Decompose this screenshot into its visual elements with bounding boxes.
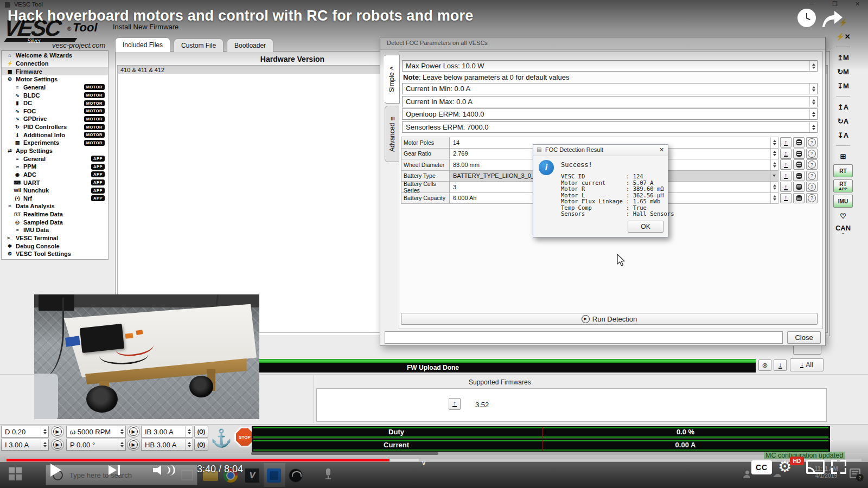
write-motor-config-icon[interactable]: ↥M [834,52,852,63]
spinner[interactable] [809,122,817,132]
read-motor-config-icon[interactable]: ↧M [834,80,852,92]
spinner[interactable] [770,137,778,148]
sidebar-item-imu-data[interactable]: ≈ IMU Data [2,226,108,234]
restore-default-button[interactable] [793,149,805,159]
mic-icon[interactable] [326,468,331,480]
restore-default-button[interactable] [793,159,805,170]
spinner[interactable] [770,171,778,182]
tab-advanced[interactable]: Advanced ≣ [385,106,400,162]
spinner[interactable] [770,182,778,192]
tray-people-icon[interactable] [743,471,751,479]
download-all-button[interactable]: ↓ All [790,358,824,371]
duty-setpoint-spinbox[interactable]: D 0.20 [1,426,49,438]
toolbar-separator[interactable] [836,47,850,47]
sidebar-item-ppm[interactable]: ∞ PPM APP [2,163,108,171]
upload-custom-button[interactable]: ↑ [449,398,461,410]
current-setpoint-spinbox[interactable]: I 3.00 A [1,439,49,451]
sidebar-item-dc[interactable]: ▮ DC MOTOR [2,99,108,107]
active-app-icon[interactable] [267,468,281,483]
spinner[interactable] [809,97,817,107]
share-button[interactable] [820,9,844,29]
apply-brake-button[interactable]: (O) [194,426,208,438]
sidebar-item-debug-console[interactable]: ✱ Debug Console [2,242,108,250]
h-scrollbar-thumb[interactable] [251,452,438,455]
spinner[interactable] [770,159,778,170]
sidebar-item-gpdrive[interactable]: ∿ GPDrive MOTOR [2,115,108,123]
tab-bootloader[interactable]: Bootloader [227,38,273,52]
tab-included-files[interactable]: Included Files [115,37,170,52]
watch-later-button[interactable] [797,9,816,27]
spinner[interactable] [118,426,125,437]
write-param-button[interactable]: ↑ [780,171,792,181]
tab-simple[interactable]: Simple A [384,55,400,104]
param-help-button[interactable]: ? [806,149,818,159]
spinner[interactable] [185,426,193,437]
popup-close-icon[interactable] [659,146,664,153]
sidebar-item-motor-general[interactable]: ≡ General MOTOR [2,84,108,92]
sidebar-item-app-settings[interactable]: ⇄ App Settings [2,147,108,155]
run-duty-button[interactable]: ▶ [51,426,64,438]
maximize-button[interactable] [832,1,838,8]
sidebar-item-data-analysis[interactable]: ≈ Data Analysis [2,202,108,210]
sidebar-item-pid-controllers[interactable]: ↻ PID Controllers MOTOR [2,123,108,131]
download-firmware-button[interactable]: ↓ [774,359,787,371]
restore-default-button[interactable] [793,171,805,181]
spinner[interactable] [809,61,817,71]
yt-volume-button[interactable] [153,465,177,476]
yt-cast-icon[interactable] [806,460,825,474]
spinner[interactable] [41,439,48,450]
spinner[interactable] [118,439,125,450]
reread-motor-config-icon[interactable]: ↻M [834,66,852,78]
param-help-button[interactable]: ? [806,193,818,203]
rt-app-icon[interactable]: RT APP [833,179,853,192]
yt-play-button[interactable] [50,464,61,477]
tab-custom-file[interactable]: Custom File [174,38,224,52]
write-param-button[interactable]: ↑ [780,159,792,170]
spinner[interactable] [770,149,778,159]
imu-icon[interactable]: IMU [833,195,853,208]
handbrake-current-spinbox[interactable]: HB 3.00 A [141,439,193,451]
notification-center-icon[interactable]: 2 [850,468,860,478]
brake-current-spinbox[interactable]: IB 3.00 A [141,426,193,438]
chevron-down-icon[interactable]: ∨ [421,458,426,467]
sidebar-item-app-general[interactable]: ≡ General APP [2,155,108,163]
param-help-button[interactable]: ? [806,159,818,170]
firmware-version[interactable]: 3.52 [475,401,489,409]
sidebar-item-uart[interactable]: ⌨ UART APP [2,178,108,187]
write-param-button[interactable]: ↑ [780,137,792,147]
run-current-button[interactable]: ▶ [51,439,64,451]
sidebar-item-experiments[interactable]: ▤ Experiments MOTOR [2,139,108,147]
obs-icon[interactable] [289,468,303,483]
spinner[interactable] [809,84,817,94]
donate-heart-icon[interactable]: ♡ [834,210,852,222]
run-rpm-button[interactable]: ▶ [127,426,140,438]
sidebar-item-additional-info[interactable]: ℹ Additional Info MOTOR [2,131,108,139]
disconnect-icon[interactable]: ⚡✕ [834,30,852,42]
yt-progress-played[interactable] [7,459,390,461]
write-app-config-icon[interactable]: ↥A [834,101,852,113]
sidebar-item-firmware[interactable]: ▦ Firmware [2,67,108,75]
task-view-icon[interactable] [181,470,193,480]
can-scan-icon[interactable]: ⊞ [834,150,852,162]
restore-default-button[interactable] [793,193,805,203]
sensorless-erpm-field[interactable]: Sensorless ERPM: 7000.0 [402,121,818,133]
sidebar-item-connection[interactable]: ⚡ Connection [2,60,108,68]
reread-app-config-icon[interactable]: ↻A [834,115,852,127]
sidebar-item-foc[interactable]: ∿ FOC MOTOR [2,107,108,115]
run-detection-button[interactable]: ▶ Run Detection [401,313,818,325]
spinner[interactable] [770,193,778,204]
keep-position-button[interactable]: ⚓ [209,425,233,452]
start-button[interactable] [9,467,23,481]
param-help-button[interactable]: ? [806,137,818,147]
max-power-loss-field[interactable]: Max Power Loss: 10.0 W [402,60,818,72]
sidebar-item-nrf[interactable]: (•) Nrf APP [2,195,108,203]
rt-data-icon[interactable]: RT [833,164,853,177]
sidebar-item-bldc[interactable]: ∿ BLDC MOTOR [2,91,108,99]
rpm-setpoint-spinbox[interactable]: ω 5000 RPM [66,426,126,438]
toolbar-separator[interactable] [836,145,850,146]
openloop-erpm-field[interactable]: Openloop ERPM: 1400.0 [402,108,818,120]
sidebar-item-nunchuk[interactable]: Wii Nunchuk APP [2,187,108,195]
yt-cc-button[interactable]: CC [751,460,772,474]
yt-fullscreen-icon[interactable] [831,460,846,474]
vesc-app-icon[interactable]: V [245,468,259,483]
